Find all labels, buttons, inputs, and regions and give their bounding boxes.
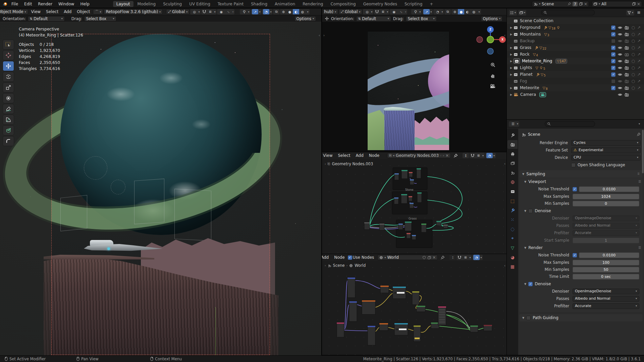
tool-rotate[interactable]	[3, 72, 14, 82]
tool-move[interactable]	[3, 61, 14, 71]
sampling-panel-header[interactable]: ▼Sampling⠿	[520, 170, 643, 178]
viewport-denoiser-dropdown[interactable]: OpenImageDenoise▾	[573, 216, 639, 221]
exclude-checkbox[interactable]: ✓	[611, 86, 615, 90]
add-workspace-button[interactable]: +	[426, 1, 436, 7]
tab-physics[interactable]: ◌	[507, 225, 518, 233]
exclude-checkbox[interactable]	[611, 79, 615, 83]
outliner-row-fog[interactable]: ▶ Fog ○↗	[507, 78, 644, 84]
snap-group[interactable]: ⊞▾	[470, 153, 485, 158]
viewport-passes-dropdown[interactable]: Albedo and Normal▾	[573, 223, 639, 229]
tab-scripting[interactable]: Scripting	[401, 1, 426, 7]
device-dropdown[interactable]: CPU▾	[571, 155, 641, 161]
indirect-icon[interactable]: ↗	[637, 72, 641, 77]
viewport-subpanel-header[interactable]: ▼Viewport☰	[524, 178, 641, 185]
hide-eye-icon[interactable]	[618, 32, 622, 37]
filter-id-dropdown[interactable]: ▾	[518, 10, 526, 15]
holdout-icon[interactable]: ○	[631, 45, 635, 50]
feature-set-dropdown[interactable]: ⚠Experimental▾	[571, 147, 641, 153]
pan-hand-icon[interactable]	[490, 73, 495, 79]
outliner-row-grass[interactable]: ▶ Grass ▽22 ✓ ○↗	[507, 44, 644, 51]
proportional-edit-group[interactable]: ◉∿▾	[390, 9, 407, 14]
tab-compositing[interactable]: Compositing	[327, 1, 359, 7]
hide-eye-icon[interactable]	[618, 46, 622, 50]
tab-uv-editing[interactable]: UV Editing	[186, 1, 214, 7]
gizmo-y-axis[interactable]	[487, 36, 494, 43]
outliner-row-scene-collection[interactable]: ▶ Scene Collection	[507, 17, 644, 24]
display-mode-dropdown[interactable]: ▾	[509, 10, 517, 15]
path-guiding-panel-header[interactable]: ▼Path Guiding	[520, 314, 643, 321]
render-camera-icon[interactable]	[625, 72, 629, 77]
hide-eye-icon[interactable]	[618, 66, 622, 70]
holdout-icon[interactable]: ○	[631, 59, 635, 63]
expand-icon[interactable]: ▶	[509, 86, 514, 89]
menu-node[interactable]: Node	[367, 153, 382, 158]
menu-window[interactable]: Window	[56, 2, 77, 6]
menu-edit[interactable]: Edit	[21, 2, 35, 6]
scene-users-badge[interactable]: 7	[573, 2, 578, 6]
indirect-icon[interactable]: ↗	[637, 52, 641, 57]
viewport-min-samples-field[interactable]: 0	[573, 201, 639, 206]
view-layer-selector[interactable]: ▾ All ×	[592, 1, 642, 7]
holdout-icon[interactable]: ○	[631, 72, 635, 77]
tool-extra[interactable]	[3, 136, 14, 146]
tab-geometry-nodes[interactable]: Geometry Nodes	[360, 1, 400, 7]
snap-group[interactable]: ⊞▾	[374, 9, 389, 14]
region-expand-icon[interactable]: ‹	[504, 162, 505, 166]
options-dropdown[interactable]: Options▾	[481, 16, 502, 21]
render-time-limit-field[interactable]: 0 sec	[573, 274, 639, 280]
render-region-icon[interactable]: ⧉	[273, 9, 279, 14]
render-disabled-icon[interactable]	[625, 52, 629, 57]
expand-icon[interactable]: ▶	[509, 33, 514, 36]
transform-orientation-dropdown[interactable]: ⤢ Global▾	[166, 9, 190, 14]
viewport-prefilter-dropdown[interactable]: Accurate▾	[573, 230, 639, 236]
render-subpanel-header[interactable]: ▼Render☰	[524, 244, 641, 251]
tab-modeling[interactable]: Modeling	[134, 1, 159, 7]
viewport-start-sample-field[interactable]: 1	[573, 238, 639, 243]
viewport-denoise-checkbox[interactable]	[528, 209, 533, 213]
use-nodes-checkbox[interactable]: ✓	[348, 255, 352, 260]
indirect-icon[interactable]: ↗	[637, 85, 641, 90]
snap-group[interactable]: ⊞▾	[457, 255, 472, 260]
holdout-icon[interactable]: ○	[631, 79, 635, 83]
editor-type-dropdown[interactable]: ☰▾	[509, 121, 519, 127]
tab-tool[interactable]	[507, 131, 518, 139]
render-camera-icon[interactable]	[625, 46, 629, 50]
exclude-checkbox[interactable]: ✓	[611, 25, 615, 30]
unlink-icon[interactable]: ×	[445, 153, 449, 158]
scene-name[interactable]: Scene	[542, 2, 566, 6]
hide-eye-icon[interactable]	[618, 93, 622, 97]
holdout-icon[interactable]: ○	[631, 32, 635, 37]
tab-animation[interactable]: Animation	[271, 1, 299, 7]
tab-sculpting[interactable]: Sculpting	[160, 1, 185, 7]
outliner-row-camera[interactable]: ▶ Camera ○↗	[507, 91, 644, 98]
tab-scene[interactable]	[507, 168, 518, 177]
tab-modifiers[interactable]	[507, 206, 518, 215]
menu-view[interactable]: View	[322, 153, 335, 158]
show-gizmo-group[interactable]: ⚲▾	[240, 9, 250, 14]
holdout-icon[interactable]: ○	[631, 65, 635, 70]
region-expand-icon[interactable]: ‹	[504, 264, 505, 267]
menu-add[interactable]: Add	[322, 255, 331, 260]
menu-view[interactable]: View	[29, 9, 43, 14]
new-collection-icon[interactable]: ⊞	[636, 10, 642, 15]
region-collapse-icon[interactable]: ‹	[504, 34, 505, 37]
magnet-icon[interactable]	[375, 10, 379, 14]
indirect-icon[interactable]: ↗	[637, 65, 641, 70]
new-datablock-icon[interactable]	[427, 256, 431, 259]
render-noise-field[interactable]: 0.0100	[579, 252, 639, 258]
outliner-search-input[interactable]	[541, 10, 595, 15]
menu-select[interactable]: Select	[335, 153, 353, 158]
render-camera-icon[interactable]	[625, 32, 629, 37]
render-noise-checkbox[interactable]: ✓	[573, 253, 577, 257]
viewport-main-canvas[interactable]: Camera Perspective (4) Meteorite_Ring | …	[0, 22, 321, 355]
new-scene-icon[interactable]	[579, 2, 583, 6]
exclude-checkbox[interactable]: ✓	[611, 59, 615, 63]
tab-render[interactable]	[507, 140, 518, 149]
tool-add-cube[interactable]	[3, 125, 14, 135]
expand-icon[interactable]: ▶	[509, 60, 514, 63]
tab-rendering[interactable]: Rendering	[299, 1, 326, 7]
expand-icon[interactable]: ▶	[509, 26, 514, 29]
hide-eye-icon[interactable]	[618, 79, 622, 83]
tab-texture-paint[interactable]: Texture Paint	[214, 1, 247, 7]
menu-render[interactable]: Render	[35, 2, 55, 6]
